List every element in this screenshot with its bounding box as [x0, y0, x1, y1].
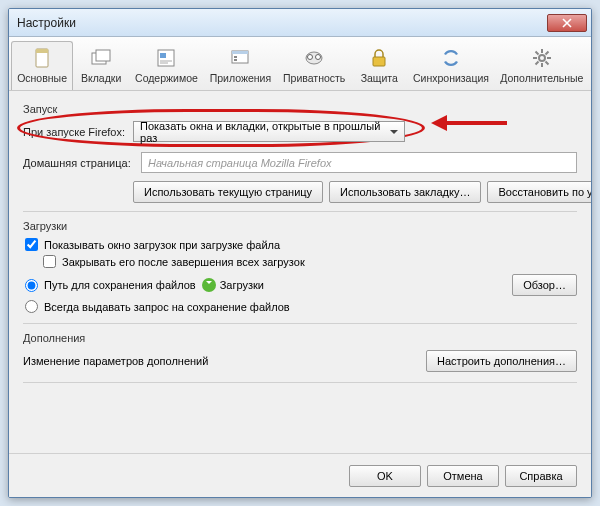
- browse-button[interactable]: Обзор…: [512, 274, 577, 296]
- content-area: Запуск При запуске Firefox: Показать окн…: [9, 91, 591, 453]
- always-ask-radio[interactable]: [25, 300, 38, 313]
- svg-point-12: [316, 55, 321, 60]
- startup-section-title: Запуск: [23, 103, 577, 115]
- restore-default-button[interactable]: Восстановить по умолчанию: [487, 181, 591, 203]
- svg-rect-7: [232, 51, 248, 54]
- downloads-section-title: Загрузки: [23, 220, 577, 232]
- lock-icon: [367, 46, 391, 70]
- content-icon: [154, 46, 178, 70]
- save-to-path-label: Путь для сохранения файлов: [44, 279, 196, 291]
- downloads-folder-name: Загрузки: [220, 279, 264, 291]
- tab-general[interactable]: Основные: [11, 41, 73, 90]
- tab-apps[interactable]: Приложения: [204, 41, 277, 90]
- always-ask-label: Всегда выдавать запрос на сохранение фай…: [44, 301, 290, 313]
- startup-action-dropdown[interactable]: Показать окна и вкладки, открытые в прош…: [133, 121, 405, 142]
- tab-advanced[interactable]: Дополнительные: [495, 41, 589, 90]
- svg-rect-8: [234, 56, 237, 58]
- help-button[interactable]: Справка: [505, 465, 577, 487]
- downloads-folder-icon: [202, 278, 216, 292]
- tabs-icon: [89, 46, 113, 70]
- close-icon: [562, 18, 572, 28]
- close-after-downloads-label: Закрывать его после завершения всех загр…: [62, 256, 305, 268]
- homepage-label: Домашняя страница:: [23, 157, 133, 169]
- cancel-button[interactable]: Отмена: [427, 465, 499, 487]
- svg-point-11: [308, 55, 313, 60]
- startup-label: При запуске Firefox:: [23, 126, 125, 138]
- configure-addons-button[interactable]: Настроить дополнения…: [426, 350, 577, 372]
- ok-button[interactable]: OK: [349, 465, 421, 487]
- tab-content[interactable]: Содержимое: [129, 41, 204, 90]
- apps-icon: [228, 46, 252, 70]
- use-bookmark-button[interactable]: Использовать закладку…: [329, 181, 481, 203]
- svg-rect-5: [160, 53, 166, 58]
- close-button[interactable]: [547, 14, 587, 32]
- general-icon: [30, 46, 54, 70]
- svg-rect-9: [234, 59, 237, 61]
- svg-rect-13: [373, 57, 385, 66]
- dialog-footer: OK Отмена Справка: [9, 453, 591, 497]
- tab-toolbar: Основные Вкладки Содержимое Приложения П…: [9, 37, 591, 91]
- svg-rect-1: [36, 49, 48, 53]
- svg-rect-3: [96, 50, 110, 61]
- addons-section-title: Дополнения: [23, 332, 577, 344]
- use-current-page-button[interactable]: Использовать текущую страницу: [133, 181, 323, 203]
- addons-desc: Изменение параметров дополнений: [23, 355, 208, 367]
- svg-point-14: [539, 55, 545, 61]
- sync-icon: [439, 46, 463, 70]
- tab-sync[interactable]: Синхронизация: [407, 41, 494, 90]
- tab-privacy[interactable]: Приватность: [277, 41, 351, 90]
- window-title: Настройки: [17, 16, 547, 30]
- tab-security[interactable]: Защита: [351, 41, 407, 90]
- close-after-downloads-checkbox[interactable]: [43, 255, 56, 268]
- tab-tabs[interactable]: Вкладки: [73, 41, 129, 90]
- settings-window: Настройки Основные Вкладки Содержимое Пр…: [8, 8, 592, 498]
- save-to-path-radio[interactable]: [25, 279, 38, 292]
- titlebar: Настройки: [9, 9, 591, 37]
- homepage-input[interactable]: [141, 152, 577, 173]
- show-download-window-label: Показывать окно загрузок при загрузке фа…: [44, 239, 280, 251]
- show-download-window-checkbox[interactable]: [25, 238, 38, 251]
- gear-icon: [530, 46, 554, 70]
- privacy-icon: [302, 46, 326, 70]
